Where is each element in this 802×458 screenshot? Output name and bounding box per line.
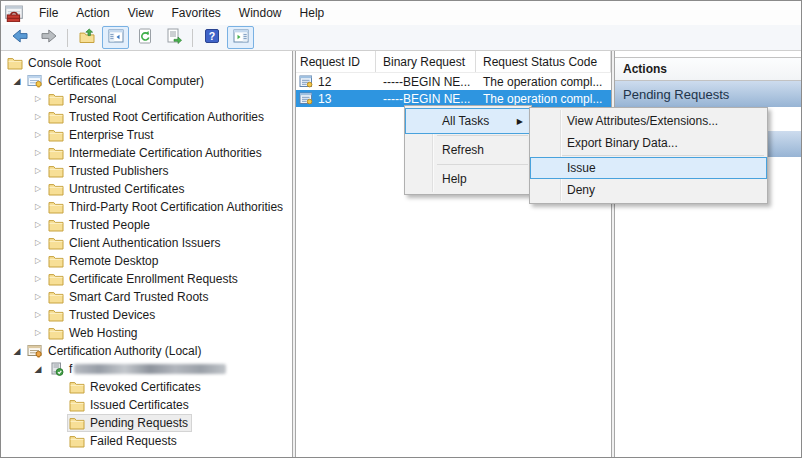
expander-expanded-icon[interactable]: ◢	[30, 360, 46, 378]
tree-item-trusted-people[interactable]: ▷Trusted People	[1, 216, 292, 234]
menu-bar: FileActionViewFavoritesWindowHelp	[1, 1, 801, 25]
expander-collapsed-icon[interactable]: ▷	[30, 126, 46, 144]
folder-icon	[48, 128, 64, 142]
redacted-ca-name	[74, 364, 226, 374]
tree-item-f[interactable]: ◢f	[1, 360, 292, 378]
tree-item-trusted-devices[interactable]: ▷Trusted Devices	[1, 306, 292, 324]
context-menu: All Tasks▶RefreshHelp	[404, 105, 532, 195]
menu-action[interactable]: Action	[67, 2, 118, 24]
refresh-icon	[137, 28, 153, 47]
list-rows: 12-----BEGIN NE...The operation compl...…	[296, 73, 611, 107]
folder-icon	[48, 200, 64, 214]
expander-collapsed-icon[interactable]: ▷	[30, 252, 46, 270]
tree-item-label: Console Root	[28, 56, 101, 70]
actions-group-pending-requests[interactable]: Pending Requests	[615, 81, 801, 107]
tree-item-certificate-enrollment-requests[interactable]: ▷Certificate Enrollment Requests	[1, 270, 292, 288]
tree-item-box: Trusted Publishers	[46, 162, 173, 180]
menu-help[interactable]: Help	[291, 2, 334, 24]
tree-item-console-root[interactable]: Console Root	[1, 54, 292, 72]
expander-collapsed-icon[interactable]: ▷	[30, 288, 46, 306]
refresh-button[interactable]	[131, 26, 158, 49]
show-console-tree-button[interactable]	[102, 26, 129, 49]
expander-collapsed-icon[interactable]: ▷	[30, 198, 46, 216]
svg-text:?: ?	[208, 30, 214, 42]
folder-icon	[48, 326, 64, 340]
tree-item-box: Enterprise Trust	[46, 126, 158, 144]
cell-binary-request: -----BEGIN NE...	[376, 73, 476, 90]
expander-collapsed-icon[interactable]: ▷	[30, 234, 46, 252]
tree-item-intermediate-certification-authorities[interactable]: ▷Intermediate Certification Authorities	[1, 144, 292, 162]
help-button[interactable]: ?	[198, 26, 225, 49]
submenu-item-view-attributes-extensions[interactable]: View Attributes/Extensions...	[530, 110, 767, 132]
expander-collapsed-icon[interactable]: ▷	[30, 162, 46, 180]
tree-item-failed-requests[interactable]: Failed Requests	[1, 432, 292, 450]
tree-item-box: Certification Authority (Local)	[25, 342, 205, 360]
context-menu-separator	[437, 135, 528, 136]
tree-item-label: Failed Requests	[90, 434, 177, 448]
context-menu-item-help[interactable]: Help	[405, 166, 531, 192]
tree-item-certification-authority-local[interactable]: ◢Certification Authority (Local)	[1, 342, 292, 360]
tree-item-label: Pending Requests	[90, 416, 188, 430]
tree-item-box: Smart Card Trusted Roots	[46, 288, 212, 306]
tree-item-label: Personal	[69, 92, 116, 106]
tree-item-third-party-root-certification-authorities[interactable]: ▷Third-Party Root Certification Authorit…	[1, 198, 292, 216]
tree-item-revoked-certificates[interactable]: Revoked Certificates	[1, 378, 292, 396]
tree-item-enterprise-trust[interactable]: ▷Enterprise Trust	[1, 126, 292, 144]
column-header-request-status-code[interactable]: Request Status Code	[476, 51, 611, 72]
tree-item-label: Enterprise Trust	[69, 128, 154, 142]
expander-collapsed-icon[interactable]: ▷	[30, 306, 46, 324]
expander-collapsed-icon[interactable]: ▷	[30, 324, 46, 342]
expander-collapsed-icon[interactable]: ▷	[30, 144, 46, 162]
tree-item-personal[interactable]: ▷Personal	[1, 90, 292, 108]
request-row-12[interactable]: 12-----BEGIN NE...The operation compl...	[296, 73, 611, 90]
tree-item-remote-desktop[interactable]: ▷Remote Desktop	[1, 252, 292, 270]
tree-item-web-hosting[interactable]: ▷Web Hosting	[1, 324, 292, 342]
forward-button[interactable]	[35, 26, 62, 49]
all-tasks-submenu: View Attributes/Extensions...Export Bina…	[529, 107, 768, 204]
ca-server-icon	[48, 362, 64, 376]
column-header-binary-request[interactable]: Binary Request	[376, 51, 476, 72]
tree-item-box: f	[46, 360, 230, 378]
mmc-console-icon	[4, 5, 24, 22]
up-one-level-button[interactable]	[73, 26, 100, 49]
context-menu-item-all-tasks[interactable]: All Tasks▶	[405, 108, 531, 134]
folder-icon	[69, 434, 85, 448]
tree-item-smart-card-trusted-roots[interactable]: ▷Smart Card Trusted Roots	[1, 288, 292, 306]
tree-item-untrusted-certificates[interactable]: ▷Untrusted Certificates	[1, 180, 292, 198]
menu-favorites[interactable]: Favorites	[163, 2, 230, 24]
tree-item-issued-certificates[interactable]: Issued Certificates	[1, 396, 292, 414]
tree-item-pending-requests[interactable]: Pending Requests	[1, 414, 292, 432]
expander-expanded-icon[interactable]: ◢	[9, 342, 25, 360]
expander-collapsed-icon[interactable]: ▷	[30, 180, 46, 198]
tree-item-label: Remote Desktop	[69, 254, 158, 268]
tree-item-client-authentication-issuers[interactable]: ▷Client Authentication Issuers	[1, 234, 292, 252]
context-menu-item-refresh[interactable]: Refresh	[405, 137, 531, 163]
cell-request-id: 13	[296, 90, 376, 107]
submenu-arrow-icon: ▶	[517, 117, 523, 126]
tree-item-box: Console Root	[5, 54, 105, 72]
show-action-pane-button[interactable]	[227, 26, 254, 49]
menu-items: FileActionViewFavoritesWindowHelp	[30, 2, 333, 24]
submenu-item-export-binary-data[interactable]: Export Binary Data...	[530, 132, 767, 154]
tree-item-trusted-publishers[interactable]: ▷Trusted Publishers	[1, 162, 292, 180]
expander-collapsed-icon[interactable]: ▷	[30, 108, 46, 126]
cell-request-id: 12	[296, 73, 376, 90]
submenu-item-deny[interactable]: Deny	[530, 179, 767, 201]
menu-file[interactable]: File	[30, 2, 67, 24]
tree-item-certificates-local-computer[interactable]: ◢Certificates (Local Computer)	[1, 72, 292, 90]
submenu-item-issue[interactable]: Issue	[530, 157, 767, 179]
menu-window[interactable]: Window	[230, 2, 291, 24]
expander-expanded-icon[interactable]: ◢	[9, 72, 25, 90]
expander-collapsed-icon[interactable]: ▷	[30, 90, 46, 108]
expander-collapsed-icon[interactable]: ▷	[30, 216, 46, 234]
tree-item-label: Certificate Enrollment Requests	[69, 272, 238, 286]
tree-item-trusted-root-certification-authorities[interactable]: ▷Trusted Root Certification Authorities	[1, 108, 292, 126]
menu-view[interactable]: View	[119, 2, 163, 24]
export-list-button[interactable]	[160, 26, 187, 49]
column-header-request-id[interactable]: Request ID	[296, 51, 376, 72]
show-action-pane-icon	[233, 28, 249, 47]
tree-item-label: Client Authentication Issuers	[69, 236, 220, 250]
back-button[interactable]	[6, 26, 33, 49]
certificate-request-icon	[299, 92, 314, 105]
expander-collapsed-icon[interactable]: ▷	[30, 270, 46, 288]
